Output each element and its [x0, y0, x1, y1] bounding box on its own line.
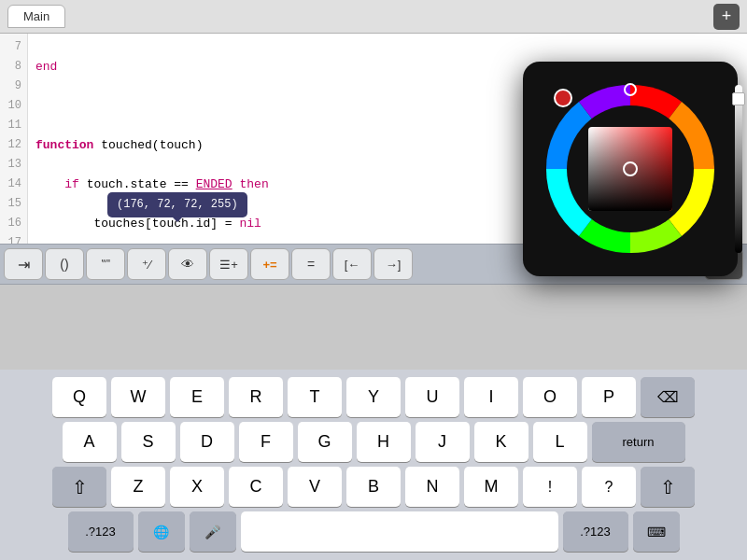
key-exclaim[interactable]: !: [523, 467, 577, 507]
bracket-right-button[interactable]: →]: [374, 248, 413, 280]
keyboard: Q W E R T Y U I O P ⌫ A S D F G H J K L …: [0, 370, 747, 560]
key-question[interactable]: ?: [582, 467, 636, 507]
indent-button[interactable]: ☰+: [209, 248, 248, 280]
plus-eq-button[interactable]: +=: [250, 248, 289, 280]
key-s[interactable]: S: [121, 422, 176, 462]
key-f[interactable]: F: [239, 422, 293, 462]
key-space[interactable]: [241, 511, 558, 552]
key-shift-right[interactable]: ⇧: [641, 467, 695, 507]
key-i[interactable]: I: [464, 377, 518, 417]
key-w[interactable]: W: [111, 377, 165, 417]
key-r[interactable]: R: [229, 377, 283, 417]
color-picker-handle[interactable]: [623, 161, 638, 176]
key-o[interactable]: O: [523, 377, 577, 417]
ops-button[interactable]: ⁺∕: [127, 248, 166, 280]
key-shift-left[interactable]: ⇧: [52, 467, 106, 507]
key-a[interactable]: A: [63, 422, 117, 462]
key-e[interactable]: E: [170, 377, 224, 417]
key-num-left[interactable]: .?123: [68, 511, 134, 552]
keyboard-row-3: ⇧ Z X C V B N M ! ? ⇧: [4, 467, 743, 507]
key-q[interactable]: Q: [52, 377, 106, 417]
key-mic[interactable]: 🎤: [190, 511, 236, 552]
key-d[interactable]: D: [180, 422, 234, 462]
key-p[interactable]: P: [582, 377, 636, 417]
key-j[interactable]: J: [416, 422, 470, 462]
top-bar: Main +: [0, 0, 747, 34]
keyboard-row-1: Q W E R T Y U I O P ⌫: [4, 377, 743, 417]
line-numbers: 7 8 9 10 11 12 13 14 15 16 17 18 19 20: [0, 34, 28, 244]
bracket-left-button[interactable]: [←: [332, 248, 372, 280]
keyboard-row-2: A S D F G H J K L return: [4, 422, 743, 462]
color-picker[interactable]: [523, 62, 738, 276]
parens-button[interactable]: (): [45, 248, 84, 280]
key-delete[interactable]: ⌫: [641, 377, 695, 417]
key-k[interactable]: K: [474, 422, 529, 462]
key-m[interactable]: M: [464, 467, 518, 507]
add-tab-button[interactable]: +: [713, 4, 740, 30]
tab-main[interactable]: Main: [7, 5, 65, 28]
key-t[interactable]: T: [288, 377, 342, 417]
wheel-white-indicator[interactable]: [624, 83, 637, 96]
key-z[interactable]: Z: [111, 467, 165, 507]
code-area-wrapper: 7 8 9 10 11 12 13 14 15 16 17 18 19 20 e…: [0, 34, 747, 244]
key-return[interactable]: return: [592, 422, 685, 462]
keyboard-row-bottom: .?123 🌐 🎤 .?123 ⌨: [4, 511, 743, 552]
key-b[interactable]: B: [346, 467, 401, 507]
quotes-button[interactable]: ‟": [86, 248, 125, 280]
key-g[interactable]: G: [298, 422, 352, 462]
key-h[interactable]: H: [357, 422, 411, 462]
key-keyboard[interactable]: ⌨: [633, 511, 680, 552]
wheel-red-indicator[interactable]: [554, 89, 572, 107]
key-l[interactable]: L: [533, 422, 587, 462]
color-wheel-container: [537, 76, 724, 262]
brightness-slider[interactable]: [735, 85, 742, 253]
tab-button[interactable]: ⇥: [4, 248, 43, 280]
eq-button[interactable]: =: [291, 248, 331, 280]
key-globe[interactable]: 🌐: [138, 511, 185, 552]
key-c[interactable]: C: [229, 467, 283, 507]
key-num-right[interactable]: .?123: [563, 511, 628, 552]
key-y[interactable]: Y: [346, 377, 401, 417]
color-tooltip: (176, 72, 72, 255): [107, 192, 247, 217]
color-square[interactable]: [588, 127, 672, 211]
eye-button[interactable]: 👁: [168, 248, 207, 280]
key-v[interactable]: V: [288, 467, 342, 507]
key-u[interactable]: U: [405, 377, 459, 417]
key-x[interactable]: X: [170, 467, 224, 507]
brightness-handle[interactable]: [732, 92, 745, 105]
key-n[interactable]: N: [405, 467, 459, 507]
